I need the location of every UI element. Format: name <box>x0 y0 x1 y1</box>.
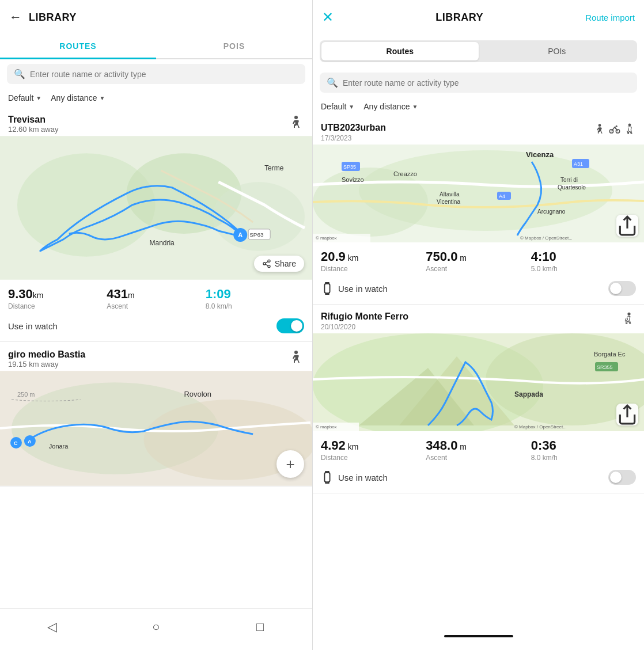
nav-back-button[interactable]: ◁ <box>40 615 63 638</box>
bottom-bar <box>444 635 513 637</box>
rifugio-ascent-stat: 348.0 m Ascent <box>426 438 531 462</box>
svg-text:A: A <box>28 439 32 444</box>
trevisan-distance-value: 9.30km <box>8 287 107 302</box>
svg-text:250 m: 250 m <box>17 391 35 398</box>
utb2023-run-icon <box>593 123 606 138</box>
search-icon-left: 🔍 <box>14 69 25 79</box>
route-card-bastia: giro medio Bastia 19.15 km away 250 m <box>0 342 312 486</box>
add-route-button[interactable]: + <box>276 450 304 478</box>
sort-filter-right[interactable]: Default ▼ <box>321 102 354 111</box>
utb2023-share-button[interactable] <box>616 215 638 237</box>
left-route-list: Trevisan 12.60 km away <box>0 107 312 608</box>
trevisan-ascent-value: 431m <box>107 287 205 302</box>
svg-text:Rovolon: Rovolon <box>184 390 211 398</box>
svg-point-30 <box>616 126 618 127</box>
right-route-list: UTB2023urban 17/3/2023 <box>313 116 644 627</box>
rifugio-share-button[interactable] <box>616 404 638 425</box>
svg-text:Torri di: Torri di <box>560 177 578 183</box>
distance-filter-right[interactable]: Any distance ▼ <box>363 102 418 111</box>
utb2023-bike-icon <box>608 123 621 138</box>
utb2023-use-in-watch-label: Use in watch <box>338 284 388 294</box>
rifugio-activity-icons <box>622 311 636 328</box>
rifugio-use-in-watch-label: Use in watch <box>338 473 388 482</box>
utb2023-ascent-label: Ascent <box>426 265 531 273</box>
svg-point-27 <box>598 124 601 127</box>
right-search-bar: 🔍 <box>320 73 637 93</box>
tab-pois-right[interactable]: POIs <box>479 42 636 60</box>
utb2023-dist-label: Distance <box>321 265 426 273</box>
rifugio-toggle-knob <box>610 472 622 483</box>
svg-text:SP35: SP35 <box>343 164 356 170</box>
trevisan-use-in-watch-row: Use in watch <box>0 313 312 341</box>
svg-text:C: C <box>14 440 18 446</box>
rifugio-dist-unit: km <box>346 442 359 451</box>
trevisan-use-in-watch-toggle[interactable] <box>276 318 304 333</box>
svg-line-15 <box>265 261 268 263</box>
utb2023-name: UTB2023urban <box>321 123 386 133</box>
svg-text:SR355: SR355 <box>597 364 613 370</box>
rifugio-hike-icon <box>622 311 636 328</box>
trevisan-header: Trevisan 12.60 km away <box>0 107 312 136</box>
svg-text:Sappada: Sappada <box>514 390 543 398</box>
route-card-trevisan: Trevisan 12.60 km away <box>0 107 312 342</box>
utb2023-time-value: 4:10 <box>531 249 636 264</box>
right-header: ✕ LIBRARY Route import <box>313 0 644 35</box>
trevisan-distance-stat: 9.30km Distance <box>8 287 107 310</box>
close-button[interactable]: ✕ <box>322 9 334 25</box>
trevisan-ascent-unit: m <box>128 291 135 300</box>
svg-point-13 <box>268 265 270 268</box>
rifugio-use-in-watch-toggle[interactable] <box>608 470 636 485</box>
svg-text:Mandria: Mandria <box>150 239 175 247</box>
rifugio-ascent-value: 348.0 m <box>426 438 531 453</box>
rifugio-distance-value: 4.92 km <box>321 438 426 453</box>
watch-icon-utb2023 <box>321 282 334 295</box>
rifugio-dist-label: Distance <box>321 454 426 462</box>
nav-home-button[interactable]: ○ <box>145 615 168 638</box>
utb2023-use-in-watch-row: Use in watch <box>313 275 644 304</box>
svg-point-4 <box>213 182 305 251</box>
share-button[interactable]: Share <box>254 256 304 272</box>
svg-text:Quartesolo: Quartesolo <box>558 184 586 191</box>
utb2023-use-in-watch-toggle[interactable] <box>608 281 636 296</box>
utb2023-map: A31 SP35 A4 Vicenza Sovizzo Creazzo Alta… <box>313 145 644 242</box>
nav-recent-button[interactable]: □ <box>249 615 272 638</box>
svg-text:Jonara: Jonara <box>49 443 69 450</box>
sort-label-right: Default <box>321 102 346 111</box>
svg-point-16 <box>294 351 298 354</box>
left-nav-bar: ◁ ○ □ <box>0 608 312 650</box>
right-search-input[interactable] <box>343 78 630 88</box>
trevisan-use-in-watch-label: Use in watch <box>8 321 58 331</box>
sort-filter-left[interactable]: Default ▼ <box>8 93 41 102</box>
tab-pois-left[interactable]: POIS <box>156 35 312 58</box>
rifugio-speed-label: 8.0 km/h <box>531 454 636 462</box>
bastia-name: giro medio Bastia <box>8 349 85 360</box>
utb2023-speed-label: 5.0 km/h <box>531 265 636 273</box>
distance-filter-left[interactable]: Any distance ▼ <box>51 93 105 102</box>
rifugio-date: 20/10/2020 <box>321 323 408 331</box>
back-button[interactable]: ← <box>9 10 22 25</box>
svg-rect-54 <box>324 284 329 294</box>
bastia-activity-icon <box>288 349 304 368</box>
route-import-button[interactable]: Route import <box>585 13 635 22</box>
rifugio-ascent-unit: m <box>457 442 467 451</box>
tab-routes-left[interactable]: ROUTES <box>0 35 156 59</box>
share-label: Share <box>275 259 296 268</box>
utb2023-header: UTB2023urban 17/3/2023 <box>313 116 644 145</box>
utb2023-ascent-stat: 750.0 m Ascent <box>426 249 531 273</box>
utb2023-dist-unit: km <box>346 253 359 263</box>
svg-text:© mapbox: © mapbox <box>316 235 337 241</box>
utb2023-stats: 20.9 km Distance 750.0 m Ascent 4:10 5.0… <box>313 242 644 275</box>
svg-point-11 <box>268 260 270 262</box>
bastia-header: giro medio Bastia 19.15 km away <box>0 342 312 371</box>
trevisan-distance-unit: km <box>33 291 44 300</box>
route-card-utb2023: UTB2023urban 17/3/2023 <box>313 116 644 305</box>
sort-label-left: Default <box>8 93 33 102</box>
left-search-input[interactable] <box>30 70 298 79</box>
svg-text:Vicenza: Vicenza <box>526 150 554 159</box>
distance-arrow-left: ▼ <box>99 95 105 101</box>
utb2023-date: 17/3/2023 <box>321 134 386 142</box>
tab-routes-right[interactable]: Routes <box>321 42 479 60</box>
right-panel: ✕ LIBRARY Route import Routes POIs 🔍 Def… <box>313 0 644 650</box>
trevisan-stats: 9.30km Distance 431m Ascent 1:09 8.0 km/… <box>0 280 312 313</box>
svg-point-0 <box>294 116 298 119</box>
